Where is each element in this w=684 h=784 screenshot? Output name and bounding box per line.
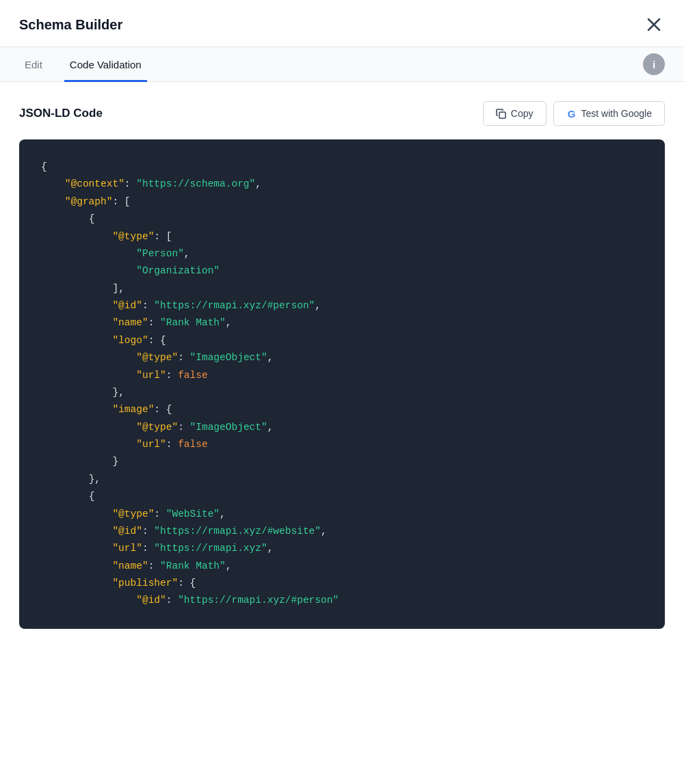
content-area: JSON-LD Code Copy G Test with Google <box>0 82 684 784</box>
code-line: "@type": [ <box>41 228 643 245</box>
google-icon: G <box>566 108 577 119</box>
close-button[interactable] <box>643 14 665 36</box>
code-line: "@type": "WebSite", <box>41 506 643 523</box>
code-line: }, <box>41 471 643 488</box>
copy-icon <box>496 108 507 119</box>
code-line: "image": { <box>41 401 643 418</box>
code-line: "Organization" <box>41 262 643 280</box>
code-line: "@type": "ImageObject", <box>41 419 643 436</box>
schema-builder-modal: Schema Builder Edit Code Validation i JS… <box>0 0 684 784</box>
code-line: "@type": "ImageObject", <box>41 349 643 366</box>
tab-edit[interactable]: Edit <box>19 48 48 82</box>
code-line: { <box>41 159 643 176</box>
code-line: "url": "https://rmapi.xyz", <box>41 540 643 557</box>
svg-rect-2 <box>499 112 505 118</box>
code-line: } <box>41 453 643 470</box>
code-line: "url": false <box>41 367 643 384</box>
code-line: { <box>41 488 643 505</box>
code-line: "@context": "https://schema.org", <box>41 176 643 193</box>
code-line: "Person", <box>41 245 643 262</box>
test-with-google-button[interactable]: G Test with Google <box>553 101 666 126</box>
copy-label: Copy <box>511 108 534 119</box>
code-line: "name": "Rank Math", <box>41 558 643 575</box>
code-line: "@graph": [ <box>41 193 643 211</box>
section-header: JSON-LD Code Copy G Test with Google <box>19 101 665 126</box>
code-line: "url": false <box>41 436 643 453</box>
code-line: ], <box>41 280 643 297</box>
section-title: JSON-LD Code <box>19 107 103 120</box>
modal-header: Schema Builder <box>0 0 684 47</box>
code-line: "name": "Rank Math", <box>41 314 643 332</box>
code-line: "publisher": { <box>41 575 643 592</box>
code-line: "logo": { <box>41 332 643 349</box>
test-label: Test with Google <box>581 108 653 119</box>
modal-title: Schema Builder <box>19 17 122 33</box>
copy-button[interactable]: Copy <box>483 101 547 126</box>
tabs-bar: Edit Code Validation i <box>0 47 684 82</box>
code-line: "@id": "https://rmapi.xyz/#person", <box>41 297 643 314</box>
code-line: { <box>41 211 643 228</box>
code-line: }, <box>41 384 643 401</box>
close-icon <box>646 16 662 33</box>
info-icon[interactable]: i <box>643 53 665 75</box>
code-line: "@id": "https://rmapi.xyz/#person" <box>41 592 643 609</box>
tab-code-validation[interactable]: Code Validation <box>64 48 147 82</box>
button-group: Copy G Test with Google <box>483 101 665 126</box>
code-block: { "@context": "https://schema.org", "@gr… <box>19 139 665 629</box>
code-line: "@id": "https://rmapi.xyz/#website", <box>41 523 643 540</box>
